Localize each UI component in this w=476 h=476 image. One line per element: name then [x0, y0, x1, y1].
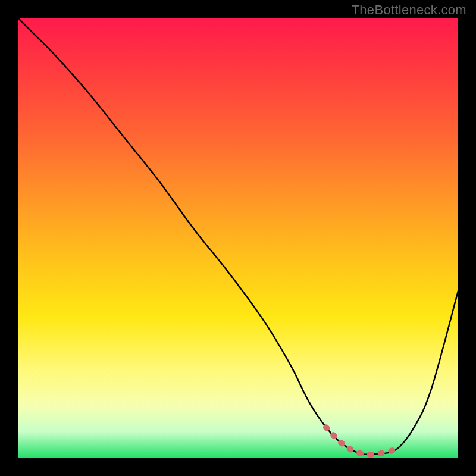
- chart-plot-area: [18, 18, 458, 458]
- highlight-path: [326, 427, 396, 455]
- attribution-label: TheBottleneck.com: [352, 2, 466, 18]
- curve-path: [18, 18, 458, 455]
- bottleneck-curve: [18, 18, 458, 458]
